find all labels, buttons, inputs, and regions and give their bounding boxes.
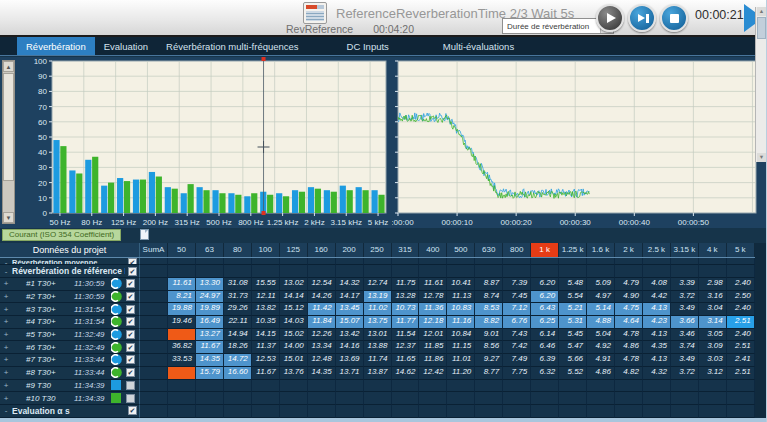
cell-3.15k[interactable]: 3.66 [671, 316, 699, 329]
cell-160[interactable]: 11.84 [308, 316, 336, 329]
cell-250[interactable] [364, 380, 392, 393]
cell-63[interactable] [196, 405, 224, 418]
cell-160[interactable]: 13.34 [308, 341, 336, 354]
cell-630[interactable]: 8.74 [475, 291, 503, 304]
cell-1.25k[interactable] [559, 380, 587, 393]
cell-suma[interactable] [140, 265, 168, 278]
col-header-3.15k[interactable]: 3.15 k [671, 243, 699, 257]
cell-100[interactable]: 13.82 [252, 303, 280, 316]
cell-250[interactable] [364, 258, 392, 265]
cell-suma[interactable] [140, 341, 168, 354]
cell-500[interactable]: 10.41 [447, 278, 475, 291]
cell-2k[interactable]: 4.78 [615, 354, 643, 367]
cell-125[interactable]: 13.76 [280, 367, 308, 380]
col-header-2.5k[interactable]: 2.5 k [643, 243, 671, 257]
row-expander[interactable]: + [0, 330, 12, 339]
cell-4k[interactable]: 3.14 [699, 316, 727, 329]
cell-63[interactable]: 13.30 [196, 278, 224, 291]
table-row[interactable]: +#9 T3011:34:39 [0, 380, 755, 393]
tab-r-verb-ration[interactable]: Réverbération [17, 37, 95, 55]
cell-1k[interactable]: 6.14 [531, 329, 559, 342]
cell-1k[interactable] [531, 392, 559, 405]
cell-250[interactable]: 11.02 [364, 303, 392, 316]
cell-250[interactable] [364, 392, 392, 405]
cell-50[interactable]: 19.88 [168, 303, 196, 316]
cell-100[interactable] [252, 380, 280, 393]
cell-500[interactable] [447, 392, 475, 405]
cell-315[interactable]: 13.28 [392, 291, 420, 304]
scroll-down-icon[interactable]: ▼ [3, 212, 14, 223]
cell-3.15k[interactable]: 3.46 [671, 329, 699, 342]
col-header-suma[interactable]: SumA [140, 243, 168, 257]
row-checkbox[interactable]: ✔ [126, 368, 135, 377]
tab-multi-valuations[interactable]: Multi-évaluations [434, 37, 523, 55]
cell-630[interactable] [475, 405, 503, 418]
row-expander[interactable]: - [0, 258, 12, 265]
col-header-4k[interactable]: 4 k [699, 243, 727, 257]
cell-5k[interactable] [727, 380, 755, 393]
cell-3.15k[interactable]: 3.49 [671, 303, 699, 316]
cell-suma[interactable] [140, 316, 168, 329]
cell-80[interactable] [224, 405, 252, 418]
cell-200[interactable]: 15.07 [336, 316, 364, 329]
cell-250[interactable]: 13.01 [364, 329, 392, 342]
table-row[interactable]: +#3 T30+11:31:54✔19.8819.8929.2613.8215.… [0, 303, 755, 316]
row-checkbox[interactable]: ✔ [126, 343, 135, 352]
cell-630[interactable]: 9.01 [475, 329, 503, 342]
cell-800[interactable]: 7.39 [503, 278, 531, 291]
cell-4k[interactable] [699, 265, 727, 278]
row-expander[interactable]: + [0, 305, 12, 314]
cell-63[interactable]: 24.97 [196, 291, 224, 304]
cell-160[interactable]: 14.26 [308, 291, 336, 304]
cell-4k[interactable]: 3.05 [699, 329, 727, 342]
row-checkbox[interactable]: ✔ [128, 267, 137, 276]
cell-4k[interactable]: 3.12 [699, 367, 727, 380]
cell-suma[interactable] [140, 278, 168, 291]
cell-1.6k[interactable]: 4.97 [587, 291, 615, 304]
cell-1k[interactable] [531, 405, 559, 418]
col-header-630[interactable]: 630 [475, 243, 503, 257]
row-checkbox[interactable]: ✔ [126, 279, 135, 288]
col-header-80[interactable]: 80 [224, 243, 252, 257]
cell-suma[interactable] [140, 392, 168, 405]
cell-2.5k[interactable]: 4.35 [643, 341, 671, 354]
cell-suma[interactable] [140, 367, 168, 380]
cell-suma[interactable] [140, 258, 168, 265]
cell-400[interactable]: 12.78 [419, 291, 447, 304]
cell-63[interactable]: 16.49 [196, 316, 224, 329]
cell-800[interactable]: 7.43 [503, 329, 531, 342]
row-expander[interactable]: - [0, 406, 12, 415]
cell-1.6k[interactable]: 4.86 [587, 367, 615, 380]
cell-160[interactable]: 12.26 [308, 329, 336, 342]
cell-400[interactable]: 11.86 [419, 354, 447, 367]
cell-2.5k[interactable] [643, 265, 671, 278]
cell-250[interactable]: 13.87 [364, 367, 392, 380]
cell-800[interactable]: 7.49 [503, 354, 531, 367]
col-header-63[interactable]: 63 [196, 243, 224, 257]
cell-1.6k[interactable]: 5.14 [587, 303, 615, 316]
cell-63[interactable] [196, 258, 224, 265]
cell-3.15k[interactable]: 3.49 [671, 354, 699, 367]
cell-80[interactable] [224, 265, 252, 278]
scrollbar-thumb[interactable] [3, 73, 14, 181]
cell-100[interactable] [252, 265, 280, 278]
cell-315[interactable]: 14.62 [392, 367, 420, 380]
col-header-400[interactable]: 400 [419, 243, 447, 257]
cell-1.6k[interactable] [587, 405, 615, 418]
cell-500[interactable] [447, 258, 475, 265]
cell-1.25k[interactable]: 5.47 [559, 341, 587, 354]
cell-4k[interactable] [699, 392, 727, 405]
cell-1.25k[interactable]: 5.54 [559, 291, 587, 304]
cell-160[interactable] [308, 405, 336, 418]
cell-1k[interactable] [531, 265, 559, 278]
cell-800[interactable]: 7.75 [503, 367, 531, 380]
cell-315[interactable]: 11.54 [392, 329, 420, 342]
row-expander[interactable]: + [0, 368, 12, 377]
cell-63[interactable]: 11.67 [196, 341, 224, 354]
cell-1.25k[interactable]: 5.66 [559, 354, 587, 367]
cell-80[interactable] [224, 380, 252, 393]
cell-800[interactable] [503, 380, 531, 393]
cell-1.6k[interactable]: 4.91 [587, 354, 615, 367]
cell-400[interactable]: 12.18 [419, 316, 447, 329]
cell-4k[interactable]: 3.04 [699, 303, 727, 316]
